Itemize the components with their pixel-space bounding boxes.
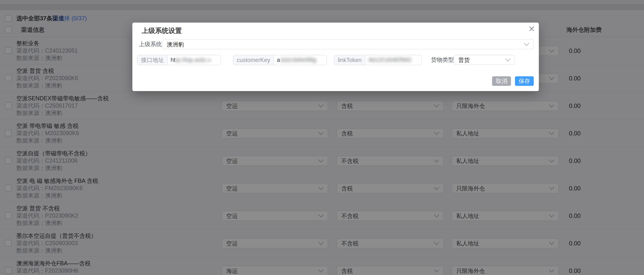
cargo-type-select[interactable]: 普货 [454, 55, 515, 65]
chevron-down-icon [505, 58, 510, 62]
customer-key-label: customerKey [233, 55, 274, 65]
api-address-label: 接口地址 [138, 55, 168, 65]
save-button[interactable]: 保存 [515, 76, 534, 86]
cancel-button[interactable]: 取消 [492, 76, 511, 86]
link-token-group: linkToken Ab12Cd34Ef56G [334, 55, 422, 65]
modal-title: 上级系统设置 [142, 26, 182, 35]
chevron-down-icon [524, 43, 529, 46]
link-token-label: linkToken [334, 55, 366, 65]
api-address-group: 接口地址 http://top.acbc.v [137, 55, 221, 65]
parent-system-modal: 上级系统设置 ✕ 上级系统 澳洲豹 接口地址 http://top.acbc.v… [132, 22, 539, 91]
api-address-input[interactable]: http://top.acbc.v [168, 55, 221, 65]
customer-key-group: customerKey a1b2c3d4e5f6g [233, 55, 327, 65]
cargo-type-label: 货物类型 [431, 56, 454, 63]
parent-system-select[interactable]: 澳洲豹 [162, 39, 534, 49]
close-icon[interactable]: ✕ [526, 24, 537, 34]
link-token-input[interactable]: Ab12Cd34Ef56G [366, 55, 422, 65]
parent-system-label: 上级系统 [139, 40, 162, 48]
customer-key-input[interactable]: a1b2c3d4e5f6g [274, 55, 326, 65]
